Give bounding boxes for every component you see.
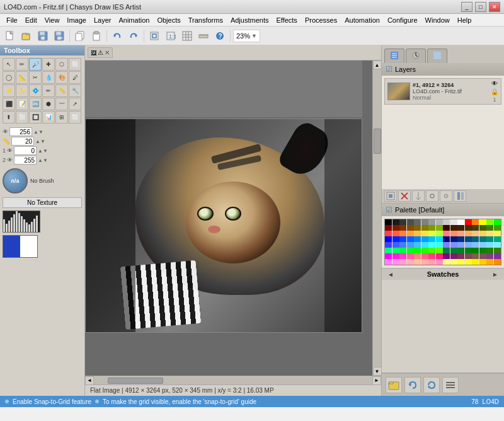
scroll-left-button[interactable]: ◄ [85,376,94,385]
ellipse-tool[interactable]: ◯ [3,71,15,84]
menu-help[interactable]: Help [454,15,476,25]
palette-color[interactable] [479,231,486,236]
param-spin-1[interactable]: ▲▼ [33,129,43,135]
palette-color[interactable] [443,242,450,248]
palette-color[interactable] [421,259,428,265]
param-value-3[interactable] [14,146,37,155]
palette-color[interactable] [465,248,472,253]
scroll-track[interactable] [373,69,382,367]
palette-color[interactable] [399,259,406,265]
palette-color[interactable] [443,259,450,265]
palette-color[interactable] [414,259,421,265]
palette-color[interactable] [392,259,399,265]
palette-color[interactable] [479,242,486,248]
shape-tool[interactable]: ⬡ [55,58,68,71]
palette-color[interactable] [465,242,472,248]
palette-color[interactable] [392,248,399,253]
palette-color[interactable] [399,219,406,225]
palette-color[interactable] [392,253,399,259]
palette-color[interactable] [385,219,392,225]
text-tool[interactable]: 📝 [16,98,28,110]
br-folder-button[interactable] [386,377,402,393]
param-spin-2[interactable]: ▲▼ [35,139,45,144]
grid-button[interactable] [180,28,195,43]
palette-color[interactable] [457,242,464,248]
palette-color[interactable] [428,219,435,225]
br-menu-button[interactable] [442,377,459,393]
layers-add-button[interactable] [384,190,397,202]
menu-layer[interactable]: Layer [90,15,115,25]
wave-tool[interactable]: 〰 [55,98,68,110]
star-tool[interactable]: ✨ [16,84,28,97]
menu-window[interactable]: Window [421,15,454,25]
palette-color[interactable] [465,259,472,265]
layers-merge-button[interactable] [412,190,425,202]
hex-tool[interactable]: ⬢ [42,98,55,110]
param-value-2[interactable] [11,137,34,146]
palette-color[interactable] [414,242,421,248]
palette-color[interactable] [457,253,464,259]
zoom-dropdown-icon[interactable]: ▼ [251,33,257,39]
palette-color[interactable] [385,259,392,265]
param-value-1[interactable] [9,127,32,136]
palette-prev-button[interactable]: ◄ [386,271,396,278]
palette-color[interactable] [399,253,406,259]
canvas-tab-close[interactable]: ✕ [105,49,110,56]
palette-color[interactable] [486,225,493,231]
palette-color[interactable] [465,253,472,259]
menu-objects[interactable]: Objects [153,15,184,25]
palette-color[interactable] [479,253,486,259]
panel-tab-2[interactable] [406,49,426,63]
palette-color[interactable] [414,236,421,242]
extra-tool[interactable]: ⬜ [69,111,81,124]
menu-edit[interactable]: Edit [21,15,41,25]
palette-color[interactable] [472,253,479,259]
chart-tool[interactable]: 📊 [42,111,55,124]
palette-color[interactable] [428,259,435,265]
palette-color[interactable] [407,225,414,231]
palette-color[interactable] [428,236,435,242]
palette-color[interactable] [457,219,464,225]
dropper-tool[interactable]: 💧 [42,71,55,84]
panel-tab-3[interactable] [427,49,447,63]
palette-color[interactable] [385,236,392,242]
panel-tab-1[interactable] [384,49,404,63]
palette-color[interactable] [494,242,501,248]
palette-color[interactable] [472,231,479,236]
palette-color[interactable] [428,225,435,231]
palette-color[interactable] [450,219,457,225]
palette-color[interactable] [421,253,428,259]
measure-tool[interactable]: 📐 [16,71,28,84]
palette-color[interactable] [428,248,435,253]
palette-color[interactable] [450,236,457,242]
palette-color[interactable] [494,219,501,225]
palette-color[interactable] [486,259,493,265]
palette-color[interactable] [399,236,406,242]
scroll-thumb[interactable] [374,129,381,154]
copy-button[interactable] [72,28,88,43]
zoom-tool[interactable]: 🔎 [29,58,42,71]
layers-settings-button[interactable] [440,190,452,202]
palette-color[interactable] [479,248,486,253]
pen-tool[interactable]: 🖊 [69,71,81,84]
edit-tool[interactable]: ✏ [42,84,55,97]
vertical-scrollbar[interactable]: ▲ ▼ [372,61,381,376]
palette-next-button[interactable]: ► [490,271,500,278]
canvas-tab[interactable]: 🖼 ⚠ ✕ [88,47,113,58]
palette-color[interactable] [436,231,443,236]
palette-color[interactable] [486,253,493,259]
paste-button[interactable] [89,28,104,43]
br-rotate-button[interactable] [404,377,421,393]
palette-color[interactable] [407,219,414,225]
palette-color[interactable] [450,248,457,253]
palette-color[interactable] [385,225,392,231]
no-texture-button[interactable]: No Texture [3,197,82,208]
fill-black-tool[interactable]: ⬛ [3,98,15,110]
palette-color[interactable] [436,225,443,231]
grid-tool[interactable]: ⊞ [55,111,68,124]
palette-color[interactable] [479,219,486,225]
close-button[interactable]: ✕ [489,2,500,12]
palette-color[interactable] [407,248,414,253]
palette-color[interactable] [486,219,493,225]
palette-color[interactable] [486,236,493,242]
